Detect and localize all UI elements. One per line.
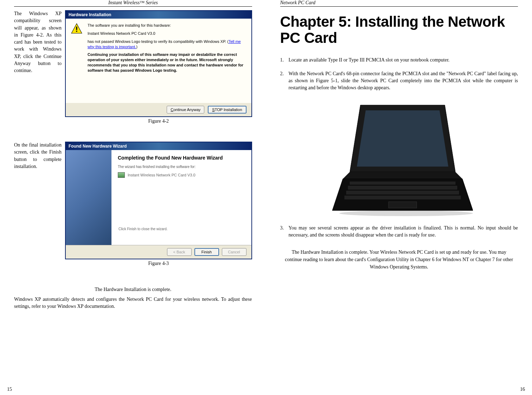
page-number-left: 15 xyxy=(7,387,12,392)
device-name: Instant Wireless Network PC Card V3.0 xyxy=(128,173,196,177)
closing-para-right: The Hardware Installation is complete. Y… xyxy=(280,248,518,271)
step-1-text: Locate an available Type II or Type III … xyxy=(289,57,518,64)
wizard-subtext: The wizard has finished installing the s… xyxy=(118,165,245,169)
dialog1-line3: has not passed Windows Logo testing to v… xyxy=(88,39,246,50)
dialog1-titlebar: Hardware Installation xyxy=(66,11,251,19)
step-3: 3. You may see several screens appear as… xyxy=(280,225,518,239)
step-3-num: 3. xyxy=(280,225,287,239)
svg-marker-5 xyxy=(343,172,462,179)
svg-rect-10 xyxy=(345,196,461,199)
dialog1-text: The software you are installing for this… xyxy=(88,23,246,76)
warning-icon xyxy=(71,23,83,35)
page-number-right: 16 xyxy=(520,387,525,392)
section-dialog1: The Windows XP compatibility screen will… xyxy=(14,10,252,135)
dialog1-bold: Continuing your installation of this sof… xyxy=(88,52,246,73)
continue-anyway-button[interactable]: CContinue Anywayontinue Anyway xyxy=(167,106,204,114)
step-2-num: 2. xyxy=(280,70,287,92)
section-dialog2: On the final installation screen, click … xyxy=(14,142,252,277)
figure-4-2-wrapper: Hardware Installation The software you a… xyxy=(65,10,252,135)
dialog2-body: Completing the Found New Hardware Wizard… xyxy=(66,150,251,245)
finish-button[interactable]: Finish xyxy=(194,248,219,256)
svg-point-12 xyxy=(339,211,473,216)
figure-4-2-caption: Figure 4-2 xyxy=(65,118,252,124)
svg-rect-9 xyxy=(346,191,459,194)
figure-4-3-caption: Figure 4-3 xyxy=(65,261,252,266)
step-1: 1. Locate an available Type II or Type I… xyxy=(280,57,518,64)
step-1-num: 1. xyxy=(280,57,287,64)
svg-rect-8 xyxy=(348,186,457,189)
laptop-figure xyxy=(325,98,473,218)
wizard-side-graphic xyxy=(66,150,111,245)
found-new-hardware-wizard: Found New Hardware Wizard Completing the… xyxy=(65,142,252,259)
stop-installation-button[interactable]: STOP Installation xyxy=(208,106,246,114)
step-3-text: You may see several screens appear as th… xyxy=(289,225,518,239)
svg-rect-1 xyxy=(76,27,77,30)
wizard-buttons: < Back Finish Cancel xyxy=(66,245,251,259)
svg-marker-4 xyxy=(357,110,448,167)
figure-4-3-wrapper: Found New Hardware Wizard Completing the… xyxy=(65,142,252,277)
closing-para-left: Windows XP automatically detects and con… xyxy=(14,296,252,310)
step-2-text: With the Network PC Card's 68-pin connec… xyxy=(289,70,518,92)
side-para-1: The Windows XP compatibility screen will… xyxy=(14,10,62,135)
right-page: Network PC Card Chapter 5: Installing th… xyxy=(266,0,532,395)
wizard-heading: Completing the Found New Hardware Wizard xyxy=(118,155,245,161)
network-card-icon xyxy=(118,172,125,178)
dialog2-titlebar: Found New Hardware Wizard xyxy=(66,142,251,150)
wizard-close-text: Click Finish to close the wizard. xyxy=(118,227,168,231)
hardware-installation-dialog: Hardware Installation The software you a… xyxy=(65,10,252,117)
svg-rect-2 xyxy=(76,31,77,32)
chapter-title: Chapter 5: Installing the Network PC Car… xyxy=(280,14,518,46)
dialog1-line1: The software you are installing for this… xyxy=(88,23,246,28)
svg-rect-7 xyxy=(350,182,455,184)
cancel-button: Cancel xyxy=(222,248,246,256)
left-page: Instant Wireless™ Series The Windows XP … xyxy=(0,0,266,395)
completion-line: The Hardware Installation is complete. xyxy=(14,287,252,292)
back-button: < Back xyxy=(167,248,192,256)
right-header: Network PC Card xyxy=(280,0,518,7)
dialog1-buttons: CContinue Anywayontinue Anyway STOP Inst… xyxy=(66,103,251,116)
step-2: 2. With the Network PC Card's 68-pin con… xyxy=(280,70,518,92)
dialog1-line2: Instant Wireless Network PC Card V3.0 xyxy=(88,31,246,36)
dialog1-body: The software you are installing for this… xyxy=(66,19,251,103)
device-row: Instant Wireless Network PC Card V3.0 xyxy=(118,172,245,178)
svg-rect-11 xyxy=(389,202,417,208)
side-para-2: On the final installation screen, click … xyxy=(14,142,62,277)
left-header: Instant Wireless™ Series xyxy=(14,0,252,7)
